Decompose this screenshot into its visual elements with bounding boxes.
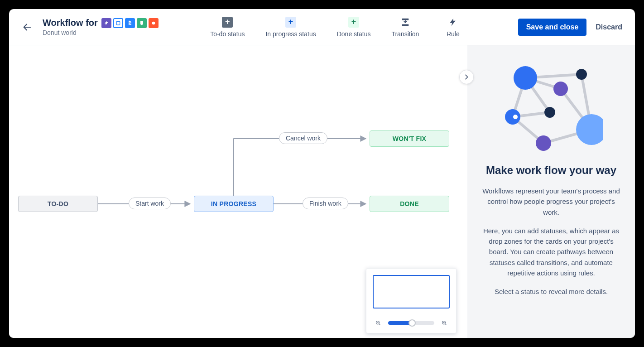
epic-icon xyxy=(101,18,111,28)
status-in-progress[interactable]: IN PROGRESS xyxy=(194,196,274,212)
zoom-out-icon xyxy=(375,319,381,327)
zoom-in-icon xyxy=(442,319,447,327)
add-todo-status-button[interactable]: + To-do status xyxy=(207,16,247,38)
transition-start-work[interactable]: Start work xyxy=(129,198,171,209)
svg-point-23 xyxy=(514,66,537,90)
collapse-sidebar-button[interactable] xyxy=(459,70,474,84)
plus-icon: + xyxy=(348,17,359,28)
plus-icon: + xyxy=(285,17,296,28)
svg-rect-1 xyxy=(116,21,120,25)
minimap xyxy=(366,268,457,333)
task-icon xyxy=(125,18,135,28)
add-rule-button[interactable]: Rule xyxy=(437,16,469,38)
transition-icon xyxy=(400,17,411,28)
zoom-thumb[interactable] xyxy=(409,319,416,327)
workflow-canvas[interactable]: TO-DO IN PROGRESS WON'T FIX DONE Start w… xyxy=(9,45,467,338)
save-button[interactable]: Save and close xyxy=(518,19,587,36)
sidebar-paragraph-2: Here, you can add statuses, which appear… xyxy=(480,226,622,278)
flag-icon xyxy=(149,18,159,28)
svg-rect-3 xyxy=(402,18,409,20)
page-title: Workflow for xyxy=(43,18,98,28)
add-inprogress-status-button[interactable]: + In progress status xyxy=(263,16,318,38)
svg-point-24 xyxy=(576,69,587,80)
plus-icon: + xyxy=(222,17,233,28)
sidebar-paragraph-3: Select a status to reveal more details. xyxy=(480,286,622,297)
sidebar-title: Make work flow your way xyxy=(480,164,622,177)
header-bar: Workflow for xyxy=(9,9,635,45)
bolt-icon xyxy=(447,17,458,28)
toolbar: + To-do status + In progress status + Do… xyxy=(207,16,469,38)
transition-finish-work[interactable]: Finish work xyxy=(303,198,348,209)
svg-line-11 xyxy=(445,324,447,325)
svg-rect-4 xyxy=(402,24,409,26)
svg-point-28 xyxy=(513,115,518,119)
sidebar-paragraph-1: Workflows represent your team's process … xyxy=(480,186,622,217)
status-done[interactable]: DONE xyxy=(370,196,449,212)
back-button[interactable] xyxy=(18,18,36,36)
add-transition-button[interactable]: Transition xyxy=(389,16,422,38)
svg-point-27 xyxy=(505,109,520,125)
story-icon xyxy=(113,18,123,28)
zoom-in-button[interactable] xyxy=(439,318,450,328)
status-wont-fix[interactable]: WON'T FIX xyxy=(370,130,449,147)
minimap-viewport[interactable] xyxy=(373,275,450,308)
add-done-status-button[interactable]: + Done status xyxy=(334,16,374,38)
svg-point-25 xyxy=(553,82,568,96)
svg-point-30 xyxy=(536,135,551,151)
bug-icon xyxy=(137,18,147,28)
zoom-slider[interactable] xyxy=(388,321,434,325)
project-name: Donut world xyxy=(43,29,159,36)
discard-button[interactable]: Discard xyxy=(592,19,626,36)
workflow-illustration xyxy=(499,62,603,152)
info-sidebar: Make work flow your way Workflows repres… xyxy=(467,45,635,338)
svg-line-8 xyxy=(379,324,380,325)
project-icons xyxy=(101,18,159,28)
status-todo[interactable]: TO-DO xyxy=(18,196,98,212)
zoom-out-button[interactable] xyxy=(373,318,384,328)
svg-point-2 xyxy=(152,21,155,24)
arrow-left-icon xyxy=(22,22,32,32)
svg-point-26 xyxy=(544,107,555,118)
svg-point-29 xyxy=(576,114,603,145)
chevron-right-icon xyxy=(463,73,470,81)
title-block: Workflow for xyxy=(43,18,159,36)
header-actions: Save and close Discard xyxy=(518,19,626,36)
transition-cancel-work[interactable]: Cancel work xyxy=(279,132,327,144)
